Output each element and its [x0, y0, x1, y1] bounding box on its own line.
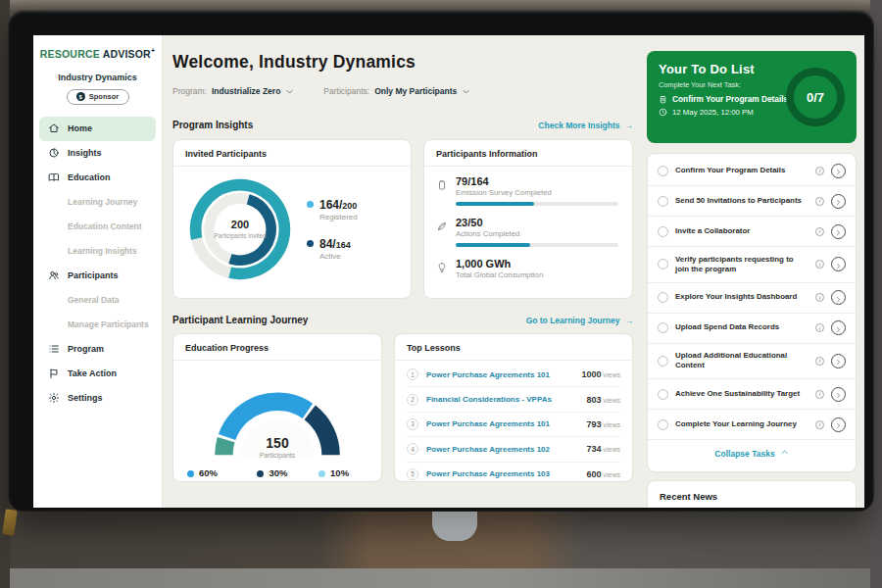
task-row: Upload Additional Educational Content i: [648, 344, 856, 380]
legend-item: 84/164 Active: [307, 237, 358, 261]
program-filter[interactable]: Program: Industrialize Zero: [172, 86, 294, 96]
task-open-button[interactable]: [831, 320, 846, 335]
desk-surface: [0, 568, 882, 588]
task-checkbox[interactable]: [658, 322, 668, 333]
participants-filter[interactable]: Participants: Only My Participants: [323, 86, 470, 96]
sidebar-item[interactable]: Program: [39, 337, 156, 362]
info-icon[interactable]: i: [815, 197, 824, 206]
lesson-views: 1000: [581, 369, 601, 379]
task-open-button[interactable]: [831, 194, 846, 209]
lesson-row: 2 Financial Considerations - VPPAs 803vi…: [407, 387, 620, 412]
collapse-tasks-link[interactable]: Collapse Tasks: [648, 440, 856, 465]
task-open-button[interactable]: [831, 354, 846, 368]
invited-legend: 164/200 Registered 84/164 Active: [307, 198, 358, 261]
info-icon[interactable]: i: [815, 260, 824, 269]
task-checkbox[interactable]: [658, 259, 668, 270]
sponsor-badge[interactable]: $ Sponsor: [67, 89, 129, 105]
sidebar-item[interactable]: Participants: [39, 264, 156, 288]
sidebar-item[interactable]: Take Action: [39, 362, 156, 386]
sidebar-item[interactable]: Learning Insights: [39, 239, 156, 264]
views-suffix: views: [603, 421, 620, 428]
task-label: Upload Additional Educational Content: [675, 351, 808, 371]
task-checkbox[interactable]: [658, 389, 668, 400]
chevron-right-icon: [835, 192, 842, 210]
participants-information-card: Participants Information 79/164 Emission…: [423, 139, 633, 299]
sidebar-item[interactable]: Learning Journey: [39, 190, 156, 215]
legend-item: 164/200 Registered: [307, 198, 358, 221]
task-label: Achieve One Sustainability Target: [675, 389, 808, 399]
info-icon[interactable]: i: [815, 390, 824, 399]
views-suffix: views: [603, 371, 620, 378]
sidebar-item[interactable]: General Data: [39, 288, 156, 313]
legend-label: Pending: [269, 479, 296, 482]
task-open-button[interactable]: [831, 164, 846, 178]
sidebar-item[interactable]: Education: [39, 166, 156, 190]
participants-information-title: Participants Information: [424, 140, 632, 167]
task-checkbox[interactable]: [658, 226, 668, 237]
participants-filter-value: Only My Participants: [374, 86, 457, 96]
chevron-down-icon: [285, 87, 294, 96]
logo-primary: RESOURCE: [40, 48, 100, 60]
sidebar-item[interactable]: Insights: [39, 141, 156, 166]
take-action-icon: [48, 368, 60, 379]
gauge-center-value: 150: [191, 435, 364, 451]
info-icon[interactable]: i: [815, 323, 824, 332]
sidebar-item[interactable]: Manage Participants: [39, 313, 156, 337]
info-icon[interactable]: i: [815, 420, 824, 429]
task-checkbox[interactable]: [658, 166, 668, 176]
task-checkbox[interactable]: [658, 419, 668, 430]
task-open-button[interactable]: [831, 387, 846, 402]
task-open-button[interactable]: [831, 417, 846, 432]
chevron-right-icon: [835, 289, 842, 307]
legend-dot: [307, 201, 314, 208]
sidebar-item[interactable]: Home: [39, 117, 156, 141]
lesson-link[interactable]: Power Purchase Agreements 103: [426, 469, 578, 478]
task-open-button[interactable]: [831, 224, 846, 239]
info-icon[interactable]: i: [815, 167, 824, 175]
gauge-center-label: Participants: [191, 452, 364, 459]
task-row: Verify participants requesting to join t…: [648, 247, 856, 283]
legend-value: 30%: [269, 467, 296, 478]
task-checkbox[interactable]: [658, 196, 668, 207]
clock-icon: [659, 108, 667, 117]
lesson-link[interactable]: Financial Considerations - VPPAs: [426, 395, 578, 404]
info-label: Actions Completed: [456, 229, 618, 238]
sidebar-item[interactable]: Settings: [39, 386, 156, 411]
invited-participants-card: Invited Participants 200 Partic: [172, 139, 412, 299]
lesson-rank: 2: [407, 394, 418, 406]
chevron-right-icon: [835, 352, 842, 369]
task-open-button[interactable]: [831, 257, 846, 271]
info-icon[interactable]: i: [815, 227, 824, 236]
home-icon: [48, 122, 60, 134]
sidebar-item-label: Participants: [68, 270, 119, 280]
lesson-views: 793: [586, 419, 601, 429]
sidebar-nav: Home Insights Education: [33, 117, 162, 411]
recent-news-card: Recent News: [647, 480, 857, 508]
info-value: 1,000 GWh: [456, 258, 618, 270]
check-more-insights-link[interactable]: Check More Insights →: [538, 121, 633, 130]
logo-plus: +: [151, 47, 155, 54]
lesson-link[interactable]: Power Purchase Agreements 101: [426, 419, 578, 428]
legend-label: Completed: [199, 479, 234, 482]
dashboard-screen: RESOURCE ADVISOR+ Industry Dynamics $ Sp…: [33, 35, 864, 508]
sponsor-badge-label: Sponsor: [89, 92, 119, 101]
task-checkbox[interactable]: [658, 356, 668, 367]
lesson-link[interactable]: Power Purchase Agreements 101: [426, 370, 573, 379]
invited-donut-chart: 200 Participants Invited: [183, 172, 297, 286]
sidebar-item[interactable]: Education Content: [39, 215, 156, 239]
info-icon[interactable]: i: [815, 357, 824, 366]
task-checkbox[interactable]: [658, 292, 668, 303]
lesson-link[interactable]: Power Purchase Agreements 102: [426, 445, 578, 454]
legend-value: 10%: [330, 467, 368, 478]
info-icon[interactable]: i: [815, 293, 824, 302]
sidebar: RESOURCE ADVISOR+ Industry Dynamics $ Sp…: [33, 35, 163, 508]
chevron-right-icon: [835, 162, 842, 179]
task-row: Complete Your Learning Journey i: [648, 410, 856, 440]
legend-item: 10% Not Started: [318, 467, 368, 482]
lesson-views: 600: [586, 469, 601, 479]
lesson-row: 5 Power Purchase Agreements 103 600views: [407, 463, 620, 483]
task-open-button[interactable]: [831, 290, 846, 305]
monitor-stand: [432, 508, 477, 541]
participants-filter-label: Participants:: [323, 86, 369, 96]
go-to-learning-journey-link[interactable]: Go to Learning Journey →: [526, 316, 633, 325]
